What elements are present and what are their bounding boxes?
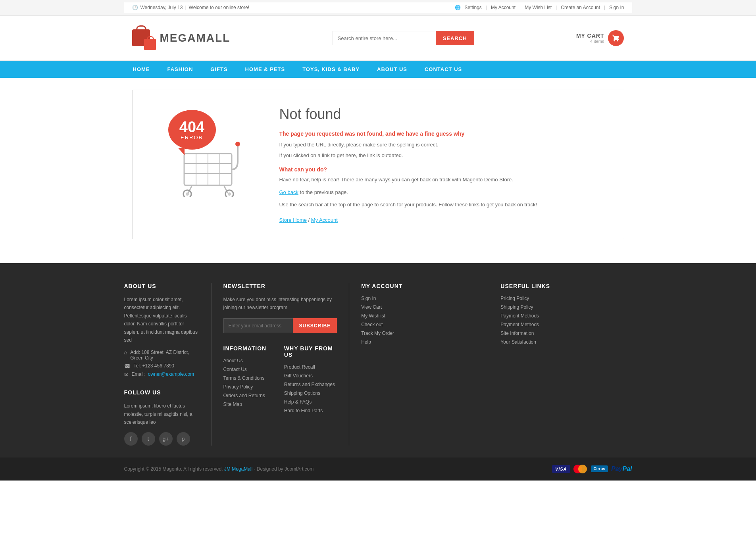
footer-myaccount-col: MY ACCOUNT Sign In View Cart My Wishlist… — [361, 283, 492, 446]
cart-icon — [612, 34, 620, 42]
footer-inner: ABOUT US Lorem ipsum dolor sit amet, con… — [124, 283, 632, 446]
useful-link-2[interactable]: Payment Methods — [500, 313, 632, 319]
email-label: Email: — [132, 371, 145, 377]
email-link[interactable]: owner@example.com — [148, 371, 194, 377]
sign-in-link[interactable]: Sign In — [609, 5, 624, 10]
footer-email: ✉ Email: owner@example.com — [124, 371, 199, 377]
search-button[interactable]: SEARCH — [436, 31, 474, 45]
mc-right — [578, 465, 587, 473]
error-text1: If you typed the URL directly, please ma… — [279, 141, 608, 149]
footer: ABOUT US Lorem ipsum dolor sit amet, con… — [0, 263, 756, 457]
topbar-right: 🌐 Settings | My Account | My Wish List |… — [455, 5, 624, 10]
nav-gifts[interactable]: GIFTS — [202, 61, 236, 78]
nav-toys[interactable]: TOYS, KIDS & BABY — [294, 61, 368, 78]
nav-fashion[interactable]: FASHION — [159, 61, 202, 78]
go-back-row: Go back to the previous page. — [279, 188, 608, 197]
info-link-0[interactable]: About Us — [223, 358, 276, 363]
why-link-1[interactable]: Gift Vouchers — [284, 373, 337, 379]
svg-point-6 — [235, 142, 240, 146]
useful-link-3[interactable]: Payment Methods — [500, 322, 632, 327]
logo-text[interactable]: MEGAMALL — [160, 32, 231, 44]
visa-icon: VISA — [552, 465, 570, 473]
tel-text: Tel: +123 456 7890 — [134, 363, 174, 369]
why-link-2[interactable]: Returns and Exchanges — [284, 382, 337, 387]
info-link-4[interactable]: Orders and Returns — [223, 393, 276, 398]
nav-about[interactable]: ABOUT US — [368, 61, 416, 78]
follow-text: Lorem ipsum, libero et luctus molestie, … — [124, 402, 199, 426]
cart-button[interactable] — [608, 30, 624, 46]
error-image-area: 404 ERROR — [148, 106, 260, 197]
info-link-5[interactable]: Site Map — [223, 402, 276, 407]
logo-icon — [132, 26, 156, 50]
cart-illustration: 404 ERROR — [160, 110, 248, 197]
footer-usefullinks-col: USERFUL LINKS Pricing Policy Shipping Po… — [500, 283, 632, 446]
account-link-5[interactable]: Help — [361, 339, 492, 345]
footer-tel: ☎ Tel: +123 456 7890 — [124, 363, 199, 369]
googleplus-icon[interactable]: g+ — [159, 432, 173, 446]
globe-icon: 🌐 — [455, 5, 461, 10]
twitter-icon[interactable]: t — [142, 432, 155, 446]
useful-link-4[interactable]: Site Information — [500, 331, 632, 336]
copyright: Copyright © 2015 Magento. All rights res… — [124, 466, 314, 472]
footer-newsletter-col: NEWSLETTER Make sure you dont miss inter… — [212, 283, 350, 446]
nav-inner: HOME FASHION GIFTS HOME & PETS TOYS, KID… — [124, 61, 632, 78]
brand-link[interactable]: JM MegaMall — [224, 466, 252, 472]
pinterest-icon[interactable]: p — [177, 432, 190, 446]
why-link-0[interactable]: Product Recall — [284, 364, 337, 370]
payment-icons: VISA Cirrus PayPal — [552, 465, 632, 473]
topbar-welcome: Welcome to our online store! — [189, 5, 250, 10]
whybuy-heading: WHY BUY FROM US — [284, 345, 337, 358]
my-account-link[interactable]: My Account — [491, 5, 516, 10]
email-icon: ✉ — [124, 371, 129, 377]
info-link-3[interactable]: Privacy Policy — [223, 384, 276, 390]
account-link-1[interactable]: View Cart — [361, 304, 492, 310]
info-link-1[interactable]: Contact Us — [223, 367, 276, 372]
follow-section: FOLLOW US Lorem ipsum, libero et luctus … — [124, 389, 199, 445]
account-link-2[interactable]: My Wishlist — [361, 313, 492, 319]
newsletter-heading: NEWSLETTER — [223, 283, 337, 289]
settings-link[interactable]: Settings — [465, 5, 482, 10]
useful-link-0[interactable]: Pricing Policy — [500, 296, 632, 301]
my-account-link[interactable]: My Account — [311, 217, 338, 223]
cirrus-icon: Cirrus — [591, 465, 608, 472]
error-box: 404 ERROR — [132, 90, 624, 239]
nav-home[interactable]: HOME — [124, 61, 159, 78]
wish-list-link[interactable]: My Wish List — [525, 5, 552, 10]
svg-point-11 — [186, 192, 189, 196]
go-back-link[interactable]: Go back — [279, 189, 298, 195]
nav-contact[interactable]: CONTACT US — [416, 61, 471, 78]
nav-links-row: Store Home / My Account — [279, 217, 608, 223]
store-home-link[interactable]: Store Home — [279, 217, 307, 223]
phone-icon: ☎ — [124, 363, 131, 369]
why-link-5[interactable]: Hard to Find Parts — [284, 408, 337, 413]
footer-links-inner: INFORMATION About Us Contact Us Terms & … — [223, 345, 337, 417]
subscribe-button[interactable]: SUBSCRIBE — [293, 318, 337, 333]
account-link-3[interactable]: Check out — [361, 322, 492, 327]
error-bubble: 404 ERROR — [168, 110, 216, 150]
why-link-3[interactable]: Shipping Options — [284, 390, 337, 396]
svg-point-12 — [228, 192, 231, 196]
create-account-link[interactable]: Create an Account — [561, 5, 600, 10]
mastercard-icon — [573, 465, 588, 473]
info-link-2[interactable]: Terms & Conditions — [223, 375, 276, 381]
footer-address: ⌂ Add: 108 Street, AZ District, Green Ci… — [124, 350, 199, 361]
go-back-suffix: to the previous page. — [298, 189, 348, 195]
error-subtitle: The page you requested was not found, an… — [279, 131, 608, 137]
why-link-4[interactable]: Help & FAQs — [284, 399, 337, 405]
topbar-left: 🕐 Wednesday, July 13 | Welcome to our on… — [132, 5, 250, 10]
clock-icon: 🕐 — [132, 5, 138, 10]
cart-count: 4 items — [576, 39, 604, 44]
newsletter-input[interactable] — [223, 318, 293, 333]
search-bar-text: Use the search bar at the top of the pag… — [279, 201, 608, 209]
useful-link-1[interactable]: Shipping Policy — [500, 304, 632, 310]
account-link-0[interactable]: Sign In — [361, 296, 492, 301]
search-input[interactable] — [333, 31, 436, 45]
newsletter-form: SUBSCRIBE — [223, 318, 337, 333]
nav-home-pets[interactable]: HOME & PETS — [237, 61, 294, 78]
account-link-4[interactable]: Track My Order — [361, 331, 492, 336]
error-word: ERROR — [181, 135, 203, 140]
useful-link-5[interactable]: Your Satisfaction — [500, 339, 632, 345]
cart-text: MY CART 4 items — [576, 33, 604, 44]
facebook-icon[interactable]: f — [124, 432, 138, 446]
footer-whybuy-col: WHY BUY FROM US Product Recall Gift Vouc… — [284, 345, 337, 417]
